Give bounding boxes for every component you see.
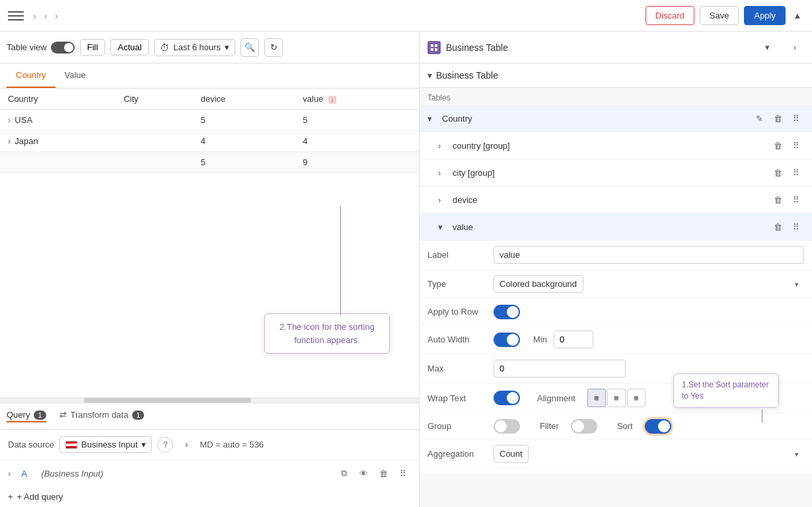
delete-country-button[interactable]: 🗑 [770, 110, 786, 126]
align-right-button[interactable]: ≡ [627, 389, 646, 407]
device-item-actions: 🗑 ⠿ [770, 192, 804, 208]
section-collapse-icon[interactable]: ▾ [427, 70, 432, 81]
save-button[interactable]: Save [700, 6, 739, 25]
filter-toggle[interactable] [571, 419, 597, 434]
hide-query-button[interactable]: 👁 [355, 465, 371, 481]
query-expand-icon[interactable]: › [8, 469, 11, 479]
city-group-actions: 🗑 ⠿ [770, 165, 804, 180]
table-row: ›Japan 4 4 [0, 131, 419, 152]
discard-button[interactable]: Discard [646, 6, 694, 25]
sort-toggle[interactable] [645, 419, 671, 434]
country-expand-icon[interactable]: ▾ [427, 114, 438, 124]
auto-width-row: Auto Width Min [420, 325, 812, 354]
datasource-select[interactable]: Business Input ▾ [59, 436, 152, 453]
apply-to-row-toggle[interactable] [494, 305, 520, 319]
left-panel: Table view Fill Actual ⏱ Last 6 hours ▾ … [0, 32, 420, 507]
table-view-toggle-pill[interactable] [51, 42, 75, 54]
add-query-label: + Add query [17, 492, 63, 502]
device-expand-icon[interactable]: › [438, 195, 449, 205]
apply-to-row-row: Apply to Row [420, 299, 812, 325]
drag-country-button[interactable]: ⠿ [788, 110, 804, 126]
tables-label: Tables [420, 88, 812, 105]
col-header-device[interactable]: device [193, 89, 295, 110]
aggregation-select-wrapper: Count [494, 445, 804, 463]
section-title: Business Table [436, 70, 498, 81]
japan-device: 4 [193, 131, 295, 152]
breadcrumb: › › › [29, 11, 640, 21]
actual-button[interactable]: Actual [110, 39, 149, 56]
usa-value: 5 [295, 110, 419, 131]
tab-value[interactable]: Value [55, 63, 95, 88]
query-item-row: › A (Business Input) ⧉ 👁 🗑 ⠿ [0, 460, 419, 487]
delete-query-button[interactable]: 🗑 [375, 465, 391, 481]
delete-value-button[interactable]: 🗑 [770, 219, 786, 235]
fill-button[interactable]: Fill [80, 39, 106, 56]
aggregation-select[interactable]: Count [494, 445, 529, 463]
svg-rect-1 [435, 44, 437, 47]
datasource-name: Business Input [81, 440, 137, 449]
query-tab-transform[interactable]: ⇄ Transform data 1 [59, 410, 145, 422]
drag-query-button[interactable]: ⠿ [395, 465, 411, 481]
copy-query-button[interactable]: ⧉ [336, 465, 351, 481]
drag-value-button[interactable]: ⠿ [788, 219, 804, 235]
alignment-label: Alignment [537, 393, 575, 403]
apply-button[interactable]: Apply [744, 6, 786, 25]
value-item-actions: 🗑 ⠿ [770, 219, 804, 235]
info-button[interactable]: ? [157, 437, 173, 453]
type-select[interactable]: Colored background [494, 275, 583, 293]
col-header-city[interactable]: City [116, 89, 193, 110]
expand-arrow-icon[interactable]: › [178, 437, 194, 453]
city-group-name: city [group] [453, 168, 766, 178]
col-header-country[interactable]: Country [0, 89, 116, 110]
sort-icon: ↓ [328, 96, 336, 104]
datasource-label: Data source [8, 440, 54, 449]
svg-rect-0 [431, 44, 433, 47]
min-input[interactable] [554, 331, 593, 348]
table-row: ›USA 5 5 [0, 110, 419, 131]
wrap-text-toggle[interactable] [494, 391, 520, 405]
edit-country-button[interactable]: ✎ [751, 110, 767, 126]
tooltip-sort: 1.Set the Sort parameter to Yes [673, 373, 779, 408]
sort-label: Sort [617, 421, 633, 431]
panel-chevron-icon[interactable]: ▾ [757, 32, 778, 63]
query-tabs: Query 1 ⇄ Transform data 1 [0, 403, 419, 430]
drag-country-group-button[interactable]: ⠿ [788, 137, 804, 153]
align-center-button[interactable]: ≡ [607, 389, 626, 407]
country-group-expand-icon[interactable]: › [438, 141, 449, 151]
query-actions: ⧉ 👁 🗑 ⠿ [336, 465, 411, 481]
label-field-label: Label [427, 250, 487, 260]
country-item-actions: ✎ 🗑 ⠿ [751, 110, 804, 126]
delete-device-button[interactable]: 🗑 [770, 192, 786, 208]
expand-japan-icon[interactable]: › [8, 136, 11, 146]
auto-width-toggle[interactable] [494, 332, 520, 347]
max-input[interactable] [494, 360, 626, 377]
country-group-item: › country [group] 🗑 ⠿ [420, 132, 812, 159]
group-toggle[interactable] [494, 419, 520, 434]
delete-city-group-button[interactable]: 🗑 [770, 165, 786, 180]
md-text: MD = auto = 536 [200, 440, 264, 449]
align-left-button[interactable]: ≡ [587, 389, 606, 407]
city-group-expand-icon[interactable]: › [438, 168, 449, 178]
drag-city-group-button[interactable]: ⠿ [788, 165, 804, 180]
value-expand-icon[interactable]: ▾ [438, 222, 449, 232]
delete-country-group-button[interactable]: 🗑 [770, 137, 786, 153]
zoom-icon[interactable]: 🔍 [240, 38, 259, 57]
add-query-button[interactable]: + + Add query [0, 487, 71, 507]
table-container: Country City device value ↓ ›USA 5 [0, 89, 419, 403]
horizontal-scrollbar[interactable] [0, 397, 419, 403]
tab-country[interactable]: Country [7, 63, 55, 88]
drag-device-button[interactable]: ⠿ [788, 192, 804, 208]
label-input[interactable] [494, 246, 804, 264]
expand-usa-icon[interactable]: › [8, 115, 11, 125]
hamburger-icon[interactable] [8, 8, 24, 24]
collapse-icon[interactable]: ▲ [791, 9, 804, 22]
time-picker[interactable]: ⏱ Last 6 hours ▾ [154, 39, 235, 56]
datasource-row: Data source Business Input ▾ ? › MD = au… [0, 430, 419, 460]
query-tab-query[interactable]: Query 1 [7, 410, 46, 422]
refresh-icon[interactable]: ↻ [264, 38, 283, 57]
topbar: › › › Discard Save Apply ▲ [0, 0, 812, 32]
japan-value: 4 [295, 131, 419, 152]
panel-expand-icon[interactable]: › [786, 32, 804, 63]
label-row: Label [420, 241, 812, 270]
col-header-value[interactable]: value ↓ [295, 89, 419, 110]
